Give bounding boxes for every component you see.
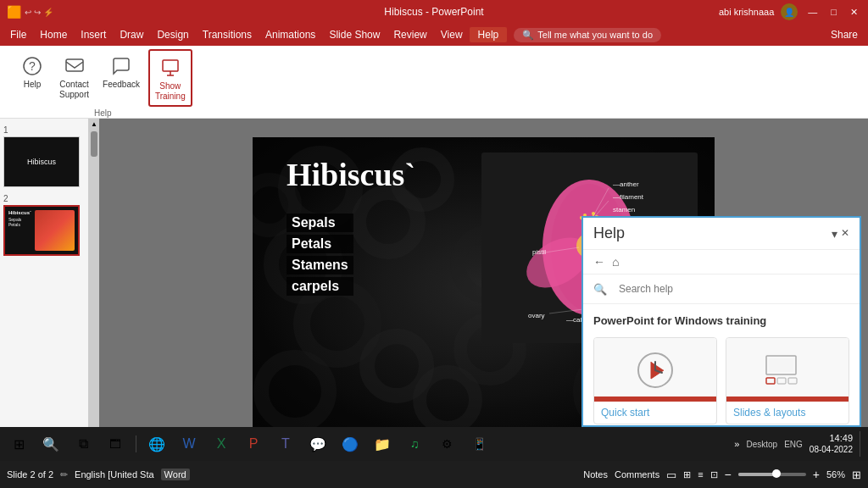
help-card-quick-start[interactable]: Quick start (593, 337, 717, 424)
slides-layouts-accent (726, 396, 849, 402)
scroll-up-arrow[interactable]: ▲ (91, 120, 97, 128)
help-panel-title: Help (593, 225, 625, 242)
outline-view-icon[interactable]: ⊞ (683, 469, 691, 480)
feedback-button[interactable]: Feedback (97, 49, 145, 107)
help-panel: Help ▾ ✕ ← ⌂ 🔍 PowerPoint for Windows tr… (581, 216, 861, 427)
word-count-label[interactable]: Word (161, 469, 190, 480)
show-training-button[interactable]: ShowTraining (148, 49, 192, 107)
taskbar-chrome[interactable]: 🔵 (335, 429, 365, 459)
menu-draw[interactable]: Draw (113, 27, 150, 42)
close-btn[interactable]: ✕ (847, 7, 861, 18)
help-home-btn[interactable]: ⌂ (612, 255, 619, 269)
zoom-in-btn[interactable]: + (813, 468, 820, 481)
list-item-petals: Petals (287, 235, 353, 253)
taskbar-extra2[interactable]: 📱 (464, 429, 494, 459)
help-back-btn[interactable]: ← (593, 255, 605, 269)
menu-animations[interactable]: Animations (259, 27, 322, 42)
taskbar-spotify[interactable]: ♫ (399, 429, 430, 459)
notes-btn[interactable]: Notes (583, 469, 608, 480)
help-cards-grid: Quick start Slides & layou (593, 337, 849, 425)
ribbon: ? Help ContactSupport Feedback (0, 46, 868, 119)
user-name: abi krishnaaa (719, 7, 774, 17)
slide-num-2: 2 (3, 194, 85, 203)
ppt-icon: 🟧 (7, 5, 21, 19)
language-info: English [United Sta (75, 469, 154, 480)
help-card-slides-layouts[interactable]: Slides & layouts (726, 337, 849, 424)
help-search-bar: 🔍 (583, 274, 860, 304)
taskbar-widgets[interactable]: 🗔 (100, 429, 131, 459)
taskbar-teams[interactable]: T (270, 429, 301, 459)
taskbar-right: » Desktop ENG 14:49 08-04-2022 (734, 431, 865, 457)
menu-slideshow[interactable]: Slide Show (322, 27, 387, 42)
slideshow-view-icon[interactable]: ⊡ (710, 469, 718, 480)
help-section-title: PowerPoint for Windows training (593, 314, 849, 327)
taskbar-edge[interactable]: 🌐 (142, 429, 172, 459)
quick-start-accent (594, 396, 716, 402)
menu-insert[interactable]: Insert (74, 27, 113, 42)
comments-btn[interactable]: Comments (615, 469, 659, 480)
taskbar-search[interactable]: 🔍 (36, 429, 66, 459)
contact-support-button[interactable]: ContactSupport (54, 49, 94, 107)
share-button[interactable]: Share (824, 27, 865, 42)
taskbar-explorer[interactable]: 📁 (367, 429, 398, 459)
zoom-level[interactable]: 56% (826, 469, 845, 480)
user-avatar: 👤 (781, 3, 798, 20)
list-item-carpels: carpels (287, 277, 353, 296)
help-card-slides-label: Slides & layouts (726, 402, 849, 424)
minimize-btn[interactable]: — (804, 7, 821, 17)
help-close-btn[interactable]: ✕ (841, 227, 849, 241)
zoom-out-btn[interactable]: − (725, 468, 732, 481)
main-area: 1 Hibiscus 2 Hibiscus` Sepals Petals (0, 119, 868, 461)
help-nav-bar: ← ⌂ (583, 250, 860, 274)
taskbar-show-desktop-arrow[interactable]: » (734, 439, 739, 449)
menu-design[interactable]: Design (150, 27, 195, 42)
help-search-input[interactable] (612, 280, 849, 298)
taskbar-word[interactable]: W (174, 429, 204, 459)
scroll-thumb[interactable] (91, 131, 97, 157)
taskbar-excel[interactable]: X (206, 429, 236, 459)
zoom-slider[interactable] (738, 473, 806, 476)
taskbar-extra1[interactable]: ⚙ (431, 429, 462, 459)
reading-view-icon[interactable]: ≡ (698, 469, 703, 480)
status-bar: Slide 2 of 2 ✏ English [United Sta Word … (0, 461, 868, 488)
taskbar-time: 14:49 (810, 433, 853, 444)
maximize-btn[interactable]: □ (827, 7, 840, 17)
taskbar: ⊞ 🔍 ⧉ 🗔 🌐 W X P T 💬 🔵 📁 ♫ ⚙ 📱 » Desktop … (0, 427, 868, 461)
slide-title: Hibiscus` (287, 156, 415, 193)
list-item-sepals: Sepals (287, 214, 353, 232)
taskbar-taskview[interactable]: ⧉ (68, 429, 98, 459)
thumb-box-2: Hibiscus` Sepals Petals (3, 205, 80, 256)
svg-rect-54 (788, 378, 797, 384)
help-button[interactable]: ? Help (14, 49, 51, 107)
normal-view-icon[interactable]: ▭ (666, 469, 676, 481)
svg-text:—anther: —anther (613, 180, 639, 188)
training-btn-label: ShowTraining (155, 81, 186, 102)
taskbar-whatsapp[interactable]: 💬 (303, 429, 333, 459)
title-bar: 🟧 ↩ ↪ ⚡ Hibiscus - PowerPoint abi krishn… (0, 0, 868, 24)
fit-slide-btn[interactable]: ⊞ (852, 469, 861, 481)
slide-num-1: 1 (3, 125, 85, 135)
slide-scrollbar[interactable]: ▲ ▼ (89, 119, 99, 461)
menu-file[interactable]: File (3, 27, 33, 42)
svg-rect-53 (777, 378, 786, 384)
taskbar-date: 08-04-2022 (810, 445, 853, 455)
help-expand-btn[interactable]: ▾ (832, 227, 837, 241)
help-card-slides-img (726, 338, 849, 402)
tell-me-bar[interactable]: 🔍 Tell me what you want to do (514, 28, 661, 42)
list-item-stamens: Stamens (287, 256, 353, 274)
taskbar-show-desktop-btn[interactable] (860, 431, 865, 457)
taskbar-start[interactable]: ⊞ (3, 429, 34, 459)
slide-panel: 1 Hibiscus 2 Hibiscus` Sepals Petals (0, 119, 89, 461)
svg-rect-52 (766, 378, 775, 384)
menu-review[interactable]: Review (387, 27, 433, 42)
taskbar-powerpoint[interactable]: P (238, 429, 269, 459)
menu-home[interactable]: Home (33, 27, 74, 42)
tell-me-text: Tell me what you want to do (537, 30, 653, 40)
menu-transitions[interactable]: Transitions (196, 27, 259, 42)
menu-view[interactable]: View (434, 27, 470, 42)
menu-help[interactable]: Help (470, 27, 508, 42)
feedback-icon (108, 53, 135, 80)
thumb-box-1: Hibiscus (3, 136, 80, 187)
slide-thumb-1[interactable]: 1 Hibiscus (3, 125, 85, 187)
slide-thumb-2[interactable]: 2 Hibiscus` Sepals Petals (3, 194, 85, 256)
